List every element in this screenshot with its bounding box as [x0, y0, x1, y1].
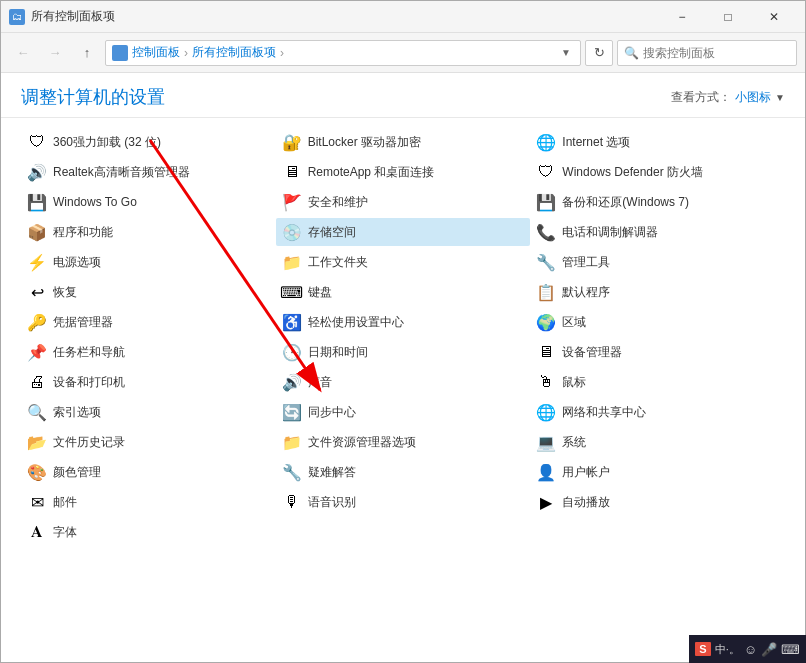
item-label: 管理工具: [562, 254, 610, 271]
control-item[interactable]: 🔐BitLocker 驱动器加密: [276, 128, 531, 156]
item-label: 用户帐户: [562, 464, 610, 481]
item-icon: ♿: [282, 312, 302, 332]
taskbar-keyboard-icon: ⌨: [781, 642, 800, 657]
control-item[interactable]: 🖱鼠标: [530, 368, 785, 396]
control-item[interactable]: 💾Windows To Go: [21, 188, 276, 216]
control-item[interactable]: ⚡电源选项: [21, 248, 276, 276]
item-icon: 🖨: [27, 372, 47, 392]
item-label: 自动播放: [562, 494, 610, 511]
control-item[interactable]: 🌐网络和共享中心: [530, 398, 785, 426]
taskbar-ime-label: 中·。: [715, 642, 740, 657]
item-label: 邮件: [53, 494, 77, 511]
control-item[interactable]: 💿存储空间: [276, 218, 531, 246]
control-item[interactable]: 🔄同步中心: [276, 398, 531, 426]
control-item[interactable]: 🎙语音识别: [276, 488, 531, 516]
control-item[interactable]: 🛡Windows Defender 防火墙: [530, 158, 785, 186]
view-selector: 查看方式： 小图标 ▼: [671, 89, 785, 106]
control-item[interactable]: 🔧疑难解答: [276, 458, 531, 486]
control-item[interactable]: 🌍区域: [530, 308, 785, 336]
item-label: 设备和打印机: [53, 374, 125, 391]
control-item[interactable]: 🖥设备管理器: [530, 338, 785, 366]
item-label: BitLocker 驱动器加密: [308, 134, 421, 151]
breadcrumb-control-panel[interactable]: 控制面板: [132, 44, 180, 61]
item-icon: 🔄: [282, 402, 302, 422]
control-item[interactable]: 🔍索引选项: [21, 398, 276, 426]
item-icon: 💾: [536, 192, 556, 212]
item-icon: 👤: [536, 462, 556, 482]
control-item[interactable]: 🖨设备和打印机: [21, 368, 276, 396]
taskbar-mic-icon: 🎤: [761, 642, 777, 657]
control-item[interactable]: 👤用户帐户: [530, 458, 785, 486]
window-controls: − □ ✕: [659, 1, 797, 33]
minimize-button[interactable]: −: [659, 1, 705, 33]
control-item[interactable]: ↩恢复: [21, 278, 276, 306]
item-label: 疑难解答: [308, 464, 356, 481]
control-item[interactable]: 🔊Realtek高清晰音频管理器: [21, 158, 276, 186]
item-icon: 🔑: [27, 312, 47, 332]
title-bar: 🗂 所有控制面板项 − □ ✕: [1, 1, 805, 33]
item-icon: 🚩: [282, 192, 302, 212]
control-item[interactable]: 🕐日期和时间: [276, 338, 531, 366]
item-label: 文件历史记录: [53, 434, 125, 451]
item-icon: 📋: [536, 282, 556, 302]
breadcrumb-dropdown-icon[interactable]: ▼: [558, 45, 574, 61]
taskbar-notification-area: S 中·。 ☺ 🎤 ⌨: [689, 635, 806, 663]
control-item[interactable]: ✉邮件: [21, 488, 276, 516]
item-label: 键盘: [308, 284, 332, 301]
control-item[interactable]: 📁工作文件夹: [276, 248, 531, 276]
nav-up-button[interactable]: ↑: [73, 39, 101, 67]
item-label: 字体: [53, 524, 77, 541]
view-value[interactable]: 小图标: [735, 89, 771, 106]
control-item[interactable]: 📌任务栏和导航: [21, 338, 276, 366]
page-title: 调整计算机的设置: [21, 85, 165, 109]
item-label: Realtek高清晰音频管理器: [53, 164, 190, 181]
item-label: 轻松使用设置中心: [308, 314, 404, 331]
control-item[interactable]: 🔧管理工具: [530, 248, 785, 276]
control-item[interactable]: 📁文件资源管理器选项: [276, 428, 531, 456]
content-header: 调整计算机的设置 查看方式： 小图标 ▼: [1, 73, 805, 118]
nav-back-button[interactable]: ←: [9, 39, 37, 67]
item-label: 电源选项: [53, 254, 101, 271]
breadcrumb-all-items[interactable]: 所有控制面板项: [192, 44, 276, 61]
control-item[interactable]: ▶自动播放: [530, 488, 785, 516]
item-icon: 🔧: [282, 462, 302, 482]
control-item[interactable]: 📞电话和调制解调器: [530, 218, 785, 246]
item-icon: 🖥: [536, 342, 556, 362]
item-label: 声音: [308, 374, 332, 391]
item-icon: 🔍: [27, 402, 47, 422]
item-label: 凭据管理器: [53, 314, 113, 331]
control-item[interactable]: 🔊声音: [276, 368, 531, 396]
item-icon: 🕐: [282, 342, 302, 362]
control-item[interactable]: 💾备份和还原(Windows 7): [530, 188, 785, 216]
control-item[interactable]: 🔑凭据管理器: [21, 308, 276, 336]
control-item[interactable]: 🌐Internet 选项: [530, 128, 785, 156]
item-label: 区域: [562, 314, 586, 331]
control-item[interactable]: 🛡360强力卸载 (32 位): [21, 128, 276, 156]
item-label: 默认程序: [562, 284, 610, 301]
taskbar-face-icon: ☺: [744, 642, 757, 657]
control-item[interactable]: ⌨键盘: [276, 278, 531, 306]
control-item[interactable]: 🚩安全和维护: [276, 188, 531, 216]
main-window: 🗂 所有控制面板项 − □ ✕ ← → ↑ 控制面板 › 所有控制面板项 › ▼…: [0, 0, 806, 663]
item-icon: 💿: [282, 222, 302, 242]
breadcrumb-folder-icon: [112, 45, 128, 61]
search-input[interactable]: [643, 46, 790, 60]
control-item[interactable]: 𝐀字体: [21, 518, 276, 546]
view-dropdown-icon[interactable]: ▼: [775, 92, 785, 103]
item-label: 存储空间: [308, 224, 356, 241]
item-icon: ⚡: [27, 252, 47, 272]
refresh-button[interactable]: ↻: [585, 40, 613, 66]
control-item[interactable]: 📂文件历史记录: [21, 428, 276, 456]
nav-forward-button[interactable]: →: [41, 39, 69, 67]
item-icon: 🌐: [536, 132, 556, 152]
content-area: 调整计算机的设置 查看方式： 小图标 ▼ 🛡360强力卸载 (32 位)🔐Bit…: [1, 73, 805, 662]
control-item[interactable]: 🎨颜色管理: [21, 458, 276, 486]
close-button[interactable]: ✕: [751, 1, 797, 33]
maximize-button[interactable]: □: [705, 1, 751, 33]
control-item[interactable]: 🖥RemoteApp 和桌面连接: [276, 158, 531, 186]
item-icon: ▶: [536, 492, 556, 512]
control-item[interactable]: 📦程序和功能: [21, 218, 276, 246]
control-item[interactable]: 💻系统: [530, 428, 785, 456]
control-item[interactable]: 📋默认程序: [530, 278, 785, 306]
control-item[interactable]: ♿轻松使用设置中心: [276, 308, 531, 336]
